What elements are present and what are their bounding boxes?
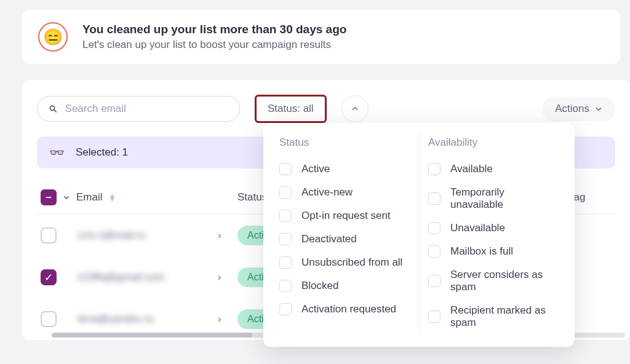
checkbox-icon — [428, 192, 441, 205]
search-icon — [49, 104, 58, 114]
option-label: Mailbox is full — [450, 245, 513, 258]
checkbox-icon — [279, 163, 292, 175]
status-option[interactable]: Activation requested — [279, 298, 410, 321]
availability-option[interactable]: Unavailable — [428, 216, 559, 240]
checkbox-icon — [428, 275, 441, 287]
availability-option[interactable]: Available — [428, 157, 559, 181]
option-label: Recipient marked as spam — [450, 304, 559, 329]
status-option[interactable]: Deactivated — [279, 228, 410, 251]
checkbox-icon — [428, 222, 441, 234]
status-filter-button[interactable]: Status: all — [255, 95, 327, 123]
banner-subtitle: Let's clean up your list to boost your c… — [82, 39, 346, 51]
status-option[interactable]: Active-new — [279, 181, 410, 204]
option-label: Server considers as spam — [450, 269, 559, 293]
chevron-down-icon[interactable] — [63, 194, 70, 201]
checkbox-icon — [279, 303, 292, 315]
col-email[interactable]: Email — [76, 191, 103, 204]
option-label: Active-new — [301, 186, 353, 199]
svg-point-0 — [50, 106, 54, 110]
checkbox-icon — [279, 256, 292, 269]
option-label: Blocked — [301, 280, 338, 292]
row-checkbox[interactable] — [41, 311, 57, 327]
contacts-panel: Status: all Actions 👓 Selected: 1 – Emai… — [22, 80, 630, 340]
option-label: Activation requested — [301, 303, 396, 315]
row-checkbox[interactable] — [41, 228, 57, 243]
chevron-down-icon — [594, 105, 603, 113]
option-label: Unavailable — [450, 222, 505, 234]
expand-chevron-icon[interactable]: › — [218, 271, 233, 283]
cleanup-banner: 😑 You cleaned up your list more than 30 … — [22, 10, 620, 64]
row-checkbox[interactable]: ✓ — [41, 269, 57, 285]
col-tags[interactable]: Tag — [568, 191, 612, 204]
availability-option[interactable]: Recipient marked as spam — [428, 299, 559, 334]
status-header: Status — [279, 136, 410, 149]
option-label: Active — [301, 163, 330, 175]
availability-column: Availability AvailableTemporarily unavai… — [428, 136, 559, 334]
expand-chevron-icon[interactable]: › — [218, 229, 233, 242]
checkbox-icon — [428, 311, 441, 323]
email-cell[interactable]: 123fhj@gmail.com — [78, 271, 213, 283]
option-label: Temporarily unavailable — [450, 186, 559, 211]
expand-chevron-icon[interactable]: › — [218, 313, 233, 325]
availability-option[interactable]: Server considers as spam — [428, 263, 559, 299]
status-option[interactable]: Unsubscribed from all — [279, 251, 410, 274]
checkbox-icon — [279, 210, 292, 222]
status-option[interactable]: Active — [279, 157, 410, 181]
option-label: Unsubscribed from all — [301, 256, 402, 269]
status-collapse-button[interactable] — [341, 95, 369, 122]
actions-menu-button[interactable]: Actions — [543, 97, 615, 121]
checkbox-icon — [279, 280, 292, 292]
binoculars-icon: 👓 — [49, 145, 65, 160]
availability-header: Availability — [428, 136, 559, 149]
availability-option[interactable]: Mailbox is full — [428, 240, 559, 263]
checkbox-icon — [279, 233, 292, 245]
checkbox-icon — [428, 163, 441, 175]
banner-emoji-icon: 😑 — [38, 22, 68, 52]
sort-icon[interactable]: ▲▼ — [109, 194, 116, 201]
banner-text: You cleaned up your list more than 30 da… — [82, 23, 346, 51]
actions-label: Actions — [555, 103, 589, 115]
option-label: Opt-in request sent — [301, 210, 391, 222]
status-option[interactable]: Blocked — [279, 274, 410, 298]
search-input[interactable] — [65, 103, 228, 115]
select-all-checkbox[interactable]: – — [41, 189, 57, 205]
option-label: Available — [450, 163, 493, 175]
status-column: Status ActiveActive-newOpt-in request se… — [279, 136, 410, 334]
banner-title: You cleaned up your list more than 30 da… — [82, 23, 346, 36]
email-cell[interactable]: crm-z@mail.ru — [78, 229, 213, 242]
search-input-wrap[interactable] — [37, 96, 240, 122]
status-option[interactable]: Opt-in request sent — [279, 204, 410, 228]
svg-line-1 — [54, 110, 57, 113]
status-filter-dropdown: Status ActiveActive-newOpt-in request se… — [263, 123, 575, 347]
checkbox-icon — [428, 245, 441, 258]
toolbar: Status: all Actions — [37, 95, 615, 123]
email-cell[interactable]: lena@yandex.ru — [78, 313, 213, 325]
chevron-up-icon — [351, 105, 359, 113]
selected-count: Selected: 1 — [76, 146, 128, 159]
checkbox-icon — [279, 186, 292, 199]
availability-option[interactable]: Temporarily unavailable — [428, 181, 559, 216]
option-label: Deactivated — [301, 233, 357, 245]
